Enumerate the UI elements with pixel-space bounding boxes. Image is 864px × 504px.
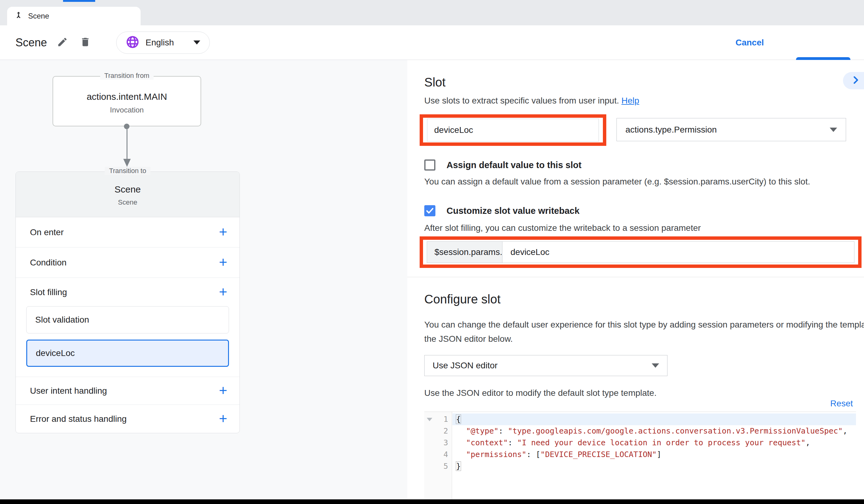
- code-line[interactable]: }: [452, 460, 856, 472]
- editor-mode-value: Use JSON editor: [433, 361, 497, 371]
- dropdown-caret-icon: [652, 363, 659, 368]
- writeback-label: Customize slot value writeback: [446, 206, 579, 216]
- transition-to-label: Transition to: [105, 167, 151, 175]
- intent-kind: Invocation: [53, 106, 201, 114]
- add-condition-button[interactable]: +: [216, 255, 230, 270]
- line-number: 2: [443, 425, 448, 437]
- chevron-right-icon: [850, 75, 861, 86]
- add-user-intent-button[interactable]: +: [216, 384, 230, 398]
- code-token-str: "I need your device location in order to…: [517, 438, 806, 447]
- edit-scene-button[interactable]: [55, 35, 70, 50]
- scene-node-name: Scene: [16, 184, 239, 195]
- row-error-status-label: Error and status handling: [30, 414, 127, 424]
- code-token-bracket: }: [456, 462, 461, 471]
- slot-type-dropdown[interactable]: actions.type.Permission: [616, 118, 846, 141]
- slot-type-value: actions.type.Permission: [625, 125, 717, 135]
- code-token-str: "context": [466, 438, 508, 447]
- language-selector[interactable]: English: [116, 32, 210, 54]
- writeback-value-input[interactable]: deviceLoc: [502, 242, 854, 263]
- globe-icon: [126, 35, 139, 50]
- row-slot-filling: Slot filling + Slot validation deviceLoc: [16, 278, 239, 377]
- code-line[interactable]: "permissions": ["DEVICE_PRECISE_LOCATION…: [452, 449, 856, 460]
- row-on-enter-label: On enter: [30, 227, 64, 237]
- configure-slot-description: You can change the default user experien…: [424, 318, 864, 346]
- line-number: 5: [443, 460, 448, 472]
- active-tab-indicator: [63, 0, 95, 2]
- fold-toggle-icon[interactable]: [427, 418, 432, 421]
- scene-merge-icon: [14, 11, 23, 21]
- code-token-pun: ,: [806, 438, 810, 447]
- writeback-description: After slot filling, you can customize th…: [424, 223, 701, 233]
- collapse-panel-button[interactable]: [843, 72, 864, 89]
- row-user-intent[interactable]: User intent handling +: [16, 377, 239, 405]
- header: Scene: [0, 25, 864, 60]
- assign-default-description: You can assign a default value from a se…: [424, 177, 810, 187]
- transition-from-node[interactable]: Transition from actions.intent.MAIN Invo…: [52, 76, 201, 127]
- row-user-intent-label: User intent handling: [30, 386, 107, 396]
- slot-name-input[interactable]: [427, 119, 599, 142]
- code-line[interactable]: {: [452, 413, 856, 425]
- flow-arrow: [123, 129, 131, 167]
- editor-gutter: 12345: [424, 412, 452, 504]
- slot-validation-chip[interactable]: Slot validation: [26, 306, 229, 333]
- chevron-down-icon: [193, 40, 200, 45]
- writeback-prefix: $session.params.: [427, 242, 502, 263]
- connector-dot: [124, 124, 130, 129]
- json-editor-caption: Use the JSON editor to modify the defaul…: [424, 388, 657, 398]
- slot-panel-title: Slot: [424, 75, 446, 89]
- row-on-enter[interactable]: On enter +: [16, 217, 239, 248]
- writeback-highlight-annotation: $session.params. deviceLoc: [420, 236, 862, 268]
- slot-detail-panel: Slot Use slots to extract specific value…: [407, 60, 864, 504]
- add-on-enter-button[interactable]: +: [216, 225, 230, 239]
- scene-node-sub: Scene: [16, 199, 239, 206]
- code-line[interactable]: "context": "I need your device location …: [452, 437, 856, 449]
- assign-default-checkbox-row[interactable]: Assign default value to this slot: [424, 159, 581, 171]
- row-error-status[interactable]: Error and status handling +: [16, 405, 239, 433]
- dropdown-caret-icon: [830, 128, 837, 132]
- code-token-pun: ]: [657, 450, 661, 459]
- scene-node-card: Transition to Scene Scene On enter + Con…: [15, 171, 240, 433]
- code-token-pun: :: [499, 427, 508, 435]
- cancel-button[interactable]: Cancel: [735, 38, 764, 48]
- row-slot-filling-label: Slot filling: [30, 287, 67, 297]
- pencil-icon: [57, 36, 68, 49]
- editor-mode-dropdown[interactable]: Use JSON editor: [424, 355, 668, 376]
- slot-intro-text: Use slots to extract specific values fro…: [424, 96, 639, 106]
- line-number: 3: [443, 437, 448, 449]
- code-token-bracket: {: [456, 415, 461, 424]
- row-condition-label: Condition: [30, 258, 67, 268]
- slot-intro-sentence: Use slots to extract specific values fro…: [424, 96, 619, 105]
- json-code-editor[interactable]: 12345 {"@type": "type.googleapis.com/goo…: [424, 412, 856, 504]
- help-link[interactable]: Help: [621, 96, 639, 105]
- flow-panel: Transition from actions.intent.MAIN Invo…: [0, 60, 407, 504]
- slot-deviceloc-chip-selected[interactable]: deviceLoc: [26, 340, 229, 367]
- reset-link[interactable]: Reset: [830, 399, 853, 409]
- add-slot-button[interactable]: +: [216, 285, 230, 299]
- row-condition[interactable]: Condition +: [16, 248, 239, 278]
- assign-default-label: Assign default value to this slot: [446, 160, 581, 170]
- slot-name-highlight-annotation: [420, 114, 606, 146]
- language-label: English: [146, 38, 174, 48]
- editor-code-area[interactable]: {"@type": "type.googleapis.com/google.ac…: [452, 412, 856, 504]
- slot-filling-header[interactable]: Slot filling +: [16, 278, 239, 307]
- line-number: 1: [443, 413, 448, 425]
- transition-from-label: Transition from: [100, 72, 154, 80]
- writeback-checkbox-checked[interactable]: [424, 205, 435, 216]
- transition-to-header[interactable]: Transition to Scene Scene: [16, 172, 239, 217]
- add-error-handler-button[interactable]: +: [216, 412, 230, 426]
- code-token-str: "permissions": [466, 450, 527, 459]
- configure-slot-title: Configure slot: [424, 292, 501, 306]
- tab-scene[interactable]: Scene: [7, 7, 141, 25]
- code-token-pun: ,: [843, 427, 847, 435]
- writeback-checkbox-row[interactable]: Customize slot value writeback: [424, 205, 579, 216]
- assign-default-checkbox-unchecked[interactable]: [424, 159, 435, 171]
- page-title: Scene: [15, 36, 47, 49]
- code-token-str: "type.googleapis.com/google.actions.conv…: [508, 427, 843, 435]
- bottom-window-edge: [0, 499, 864, 504]
- intent-name: actions.intent.MAIN: [53, 92, 201, 102]
- delete-scene-button[interactable]: [78, 35, 93, 50]
- code-token-str: "@type": [466, 427, 499, 435]
- tab-label: Scene: [28, 12, 49, 20]
- writeback-input-group: $session.params. deviceLoc: [427, 241, 854, 263]
- code-line[interactable]: "@type": "type.googleapis.com/google.act…: [452, 425, 856, 437]
